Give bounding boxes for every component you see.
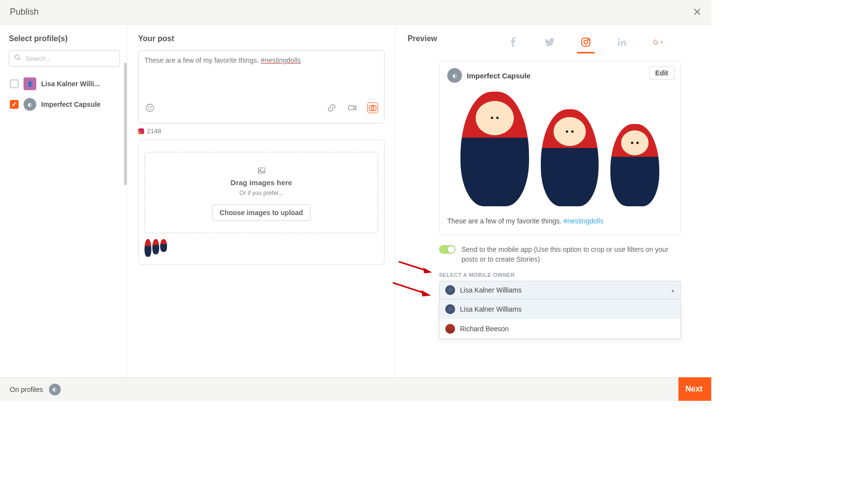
post-toolbar [145, 102, 378, 113]
next-button[interactable]: Next [678, 377, 711, 401]
profile-search[interactable] [9, 50, 120, 67]
footer-label: On profiles [10, 386, 43, 393]
uploader: Drag images here Or if you prefer... Cho… [138, 140, 385, 265]
emoji-icon[interactable] [145, 102, 155, 113]
svg-line-15 [399, 262, 426, 270]
tab-googleplus[interactable] [651, 35, 665, 49]
thumbnail-row [145, 239, 378, 258]
link-icon[interactable] [326, 102, 337, 113]
send-to-mobile-toggle[interactable] [439, 245, 456, 254]
dropzone-subtitle: Or if you prefer... [240, 190, 283, 196]
post-content[interactable]: These are a few of my favorite things. #… [145, 55, 378, 99]
svg-point-2 [146, 104, 154, 112]
composer-title: Your post [138, 34, 385, 43]
preview-image [447, 92, 673, 206]
footer-profile-badge: ◐ [49, 384, 61, 395]
owner-option-1[interactable]: Richard Beeson [439, 319, 680, 339]
toggle-label: Send to the mobile app (Use this option … [461, 245, 677, 264]
network-tabs [506, 35, 665, 49]
svg-point-7 [371, 107, 374, 110]
profile-row-1[interactable]: ◐ Imperfect Capsule [9, 94, 120, 115]
image-thumbnail[interactable] [145, 239, 167, 257]
mobile-owner-select[interactable]: Lisa Kalner Williams ▴ [439, 281, 681, 299]
preview-account: ◐ Imperfect Capsule [447, 68, 673, 83]
svg-marker-16 [423, 268, 432, 273]
svg-point-12 [588, 39, 589, 40]
svg-point-14 [618, 38, 620, 40]
mobile-owner-label: SELECT A MOBILE OWNER [439, 272, 699, 278]
avatar [445, 304, 455, 314]
avatar [445, 324, 455, 334]
profiles-panel: Select profile(s) 👤 Lisa Kalner Willi...… [0, 24, 127, 377]
main-content: Select profile(s) 👤 Lisa Kalner Willi...… [0, 24, 711, 377]
footer: On profiles ◐ Next [0, 377, 711, 401]
instagram-icon [138, 128, 144, 134]
avatar: ◐ [24, 98, 36, 111]
page-title: Publish [10, 7, 39, 17]
preview-card: Edit ◐ Imperfect Capsule These are a few… [439, 61, 681, 235]
tab-facebook[interactable] [506, 35, 520, 49]
annotation-arrow-icon [398, 261, 432, 273]
annotation-arrow-icon [392, 282, 431, 296]
video-icon[interactable] [347, 102, 358, 113]
caption-hashtag: #nestingdolls [563, 217, 603, 225]
account-avatar: ◐ [447, 68, 462, 83]
svg-line-1 [19, 58, 20, 60]
owner-dropdown: Lisa Kalner Williams Richard Beeson [439, 299, 681, 339]
camera-icon[interactable] [367, 102, 378, 113]
hashtag: #nestingdolls [261, 56, 301, 64]
image-icon [258, 167, 265, 175]
post-textbox[interactable]: These are a few of my favorite things. #… [138, 50, 385, 123]
svg-rect-8 [258, 168, 265, 173]
profile-search-input[interactable] [25, 55, 115, 62]
svg-marker-18 [421, 290, 431, 296]
checkbox-checked[interactable] [10, 100, 19, 109]
owner-option-0[interactable]: Lisa Kalner Williams [439, 299, 680, 319]
choose-images-button[interactable]: Choose images to upload [212, 204, 310, 221]
svg-point-4 [151, 107, 151, 107]
tab-instagram[interactable] [579, 35, 593, 49]
svg-line-17 [393, 283, 424, 293]
profiles-title: Select profile(s) [9, 34, 120, 43]
owner-selected: Lisa Kalner Williams [460, 286, 522, 294]
owner-avatar [445, 285, 455, 295]
char-counter: 2148 [138, 127, 385, 135]
tab-twitter[interactable] [543, 35, 556, 49]
checkbox[interactable] [10, 79, 19, 88]
preview-caption: These are a few of my favorite things. #… [447, 217, 673, 225]
svg-point-11 [584, 40, 588, 44]
preview-header: Preview [408, 34, 699, 50]
close-icon[interactable]: ✕ [693, 6, 701, 19]
svg-point-3 [148, 107, 149, 107]
tab-linkedin[interactable] [615, 35, 629, 49]
account-name: Imperfect Capsule [467, 72, 530, 80]
dropzone-title: Drag images here [231, 178, 292, 187]
svg-rect-6 [369, 106, 376, 111]
svg-point-0 [15, 55, 20, 59]
svg-rect-13 [618, 41, 620, 46]
svg-rect-5 [349, 106, 354, 110]
caret-up-icon: ▴ [672, 287, 675, 293]
avatar: 👤 [24, 77, 36, 90]
drop-zone[interactable]: Drag images here Or if you prefer... Cho… [145, 152, 378, 233]
edit-button[interactable]: Edit [649, 66, 675, 80]
profile-name: Lisa Kalner Willi... [41, 80, 100, 88]
composer-panel: Your post These are a few of my favorite… [127, 24, 396, 377]
mobile-toggle-row: Send to the mobile app (Use this option … [439, 245, 699, 264]
preview-title: Preview [408, 34, 437, 43]
modal-header: Publish ✕ [0, 0, 711, 24]
preview-panel: Preview Edit [396, 24, 711, 377]
scrollbar[interactable] [124, 63, 127, 185]
search-icon [14, 54, 22, 63]
profile-row-0[interactable]: 👤 Lisa Kalner Willi... [9, 73, 120, 94]
profile-name: Imperfect Capsule [41, 100, 100, 108]
